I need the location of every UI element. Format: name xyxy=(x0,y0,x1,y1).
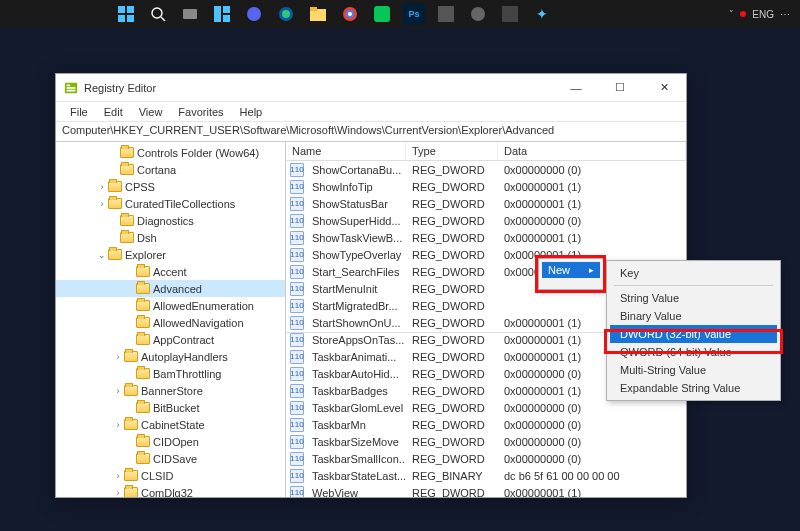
tree-item[interactable]: ›CPSS xyxy=(56,178,285,195)
col-data[interactable]: Data xyxy=(498,142,686,160)
cell-data: 0x00000000 (0) xyxy=(498,436,686,448)
app-icon-1[interactable] xyxy=(435,3,457,25)
submenu-string[interactable]: String Value xyxy=(610,289,777,307)
menu-help[interactable]: Help xyxy=(232,104,271,120)
submenu-multistring[interactable]: Multi-String Value xyxy=(610,361,777,379)
tree-item[interactable]: BitBucket xyxy=(56,399,285,416)
menu-edit[interactable]: Edit xyxy=(96,104,131,120)
tree-item[interactable]: ›CLSID xyxy=(56,467,285,484)
tree-item[interactable]: Controls Folder (Wow64) xyxy=(56,144,285,161)
tree-item[interactable]: BamThrottling xyxy=(56,365,285,382)
context-submenu-new[interactable]: Key String Value Binary Value DWORD (32-… xyxy=(606,260,781,401)
list-row[interactable]: 110ShowInfoTipREG_DWORD0x00000001 (1) xyxy=(286,178,686,195)
tree-item[interactable]: AllowedNavigation xyxy=(56,314,285,331)
folder-icon xyxy=(136,402,150,413)
tree-panel[interactable]: Controls Folder (Wow64)Cortana›CPSS›Cura… xyxy=(56,142,286,497)
tree-item-label: AllowedNavigation xyxy=(153,317,244,329)
address-bar[interactable]: Computer\HKEY_CURRENT_USER\Software\Micr… xyxy=(56,122,686,142)
context-menu-new[interactable]: New ▸ xyxy=(538,258,604,290)
chevron-right-icon[interactable]: › xyxy=(112,386,124,396)
tree-item[interactable]: ›CabinetState xyxy=(56,416,285,433)
list-row[interactable]: 110ShowStatusBarREG_DWORD0x00000001 (1) xyxy=(286,195,686,212)
submenu-expandable[interactable]: Expandable String Value xyxy=(610,379,777,397)
list-row[interactable]: 110TaskbarMnREG_DWORD0x00000000 (0) xyxy=(286,416,686,433)
edge-icon[interactable] xyxy=(275,3,297,25)
list-row[interactable]: 110ShowSuperHidd...REG_DWORD0x00000000 (… xyxy=(286,212,686,229)
submenu-key[interactable]: Key xyxy=(610,264,777,282)
line-icon[interactable] xyxy=(371,3,393,25)
submenu-dword32[interactable]: DWORD (32-bit) Value xyxy=(610,325,777,343)
reg-value-icon: 110 xyxy=(290,163,304,177)
list-row[interactable]: 110ShowCortanaBu...REG_DWORD0x00000000 (… xyxy=(286,161,686,178)
menu-file[interactable]: File xyxy=(62,104,96,120)
col-name[interactable]: Name xyxy=(286,142,406,160)
list-row[interactable]: 110WebViewREG_DWORD0x00000001 (1) xyxy=(286,484,686,497)
cell-type: REG_DWORD xyxy=(406,181,498,193)
reg-value-icon: 110 xyxy=(290,231,304,245)
titlebar[interactable]: Registry Editor — ☐ ✕ xyxy=(56,74,686,102)
list-row[interactable]: 110TaskbarGlomLevelREG_DWORD0x00000000 (… xyxy=(286,399,686,416)
app-icon-3[interactable] xyxy=(499,3,521,25)
tree-item[interactable]: Cortana xyxy=(56,161,285,178)
list-row[interactable]: 110TaskbarSizeMoveREG_DWORD0x00000000 (0… xyxy=(286,433,686,450)
chevron-right-icon[interactable]: › xyxy=(96,199,108,209)
tree-item[interactable]: ›AutoplayHandlers xyxy=(56,348,285,365)
tree-item[interactable]: Accent xyxy=(56,263,285,280)
tree-item[interactable]: ›ComDlg32 xyxy=(56,484,285,497)
photoshop-icon[interactable]: Ps xyxy=(403,3,425,25)
minimize-button[interactable]: — xyxy=(554,74,598,102)
tree-item[interactable]: CIDSave xyxy=(56,450,285,467)
cell-data: 0x00000000 (0) xyxy=(498,453,686,465)
tree-item[interactable]: ⌄Explorer xyxy=(56,246,285,263)
list-row[interactable]: 110ShowTaskViewB...REG_DWORD0x00000001 (… xyxy=(286,229,686,246)
cell-name: ShowTypeOverlay xyxy=(306,249,406,261)
context-item-new[interactable]: New ▸ xyxy=(542,262,600,278)
tree-item[interactable]: CIDOpen xyxy=(56,433,285,450)
submenu-binary[interactable]: Binary Value xyxy=(610,307,777,325)
chevron-right-icon[interactable]: › xyxy=(112,471,124,481)
tray-more-icon[interactable]: ⋯ xyxy=(780,9,790,20)
tree-item[interactable]: AppContract xyxy=(56,331,285,348)
tree-item-label: AllowedEnumeration xyxy=(153,300,254,312)
list-row[interactable]: 110TaskbarStateLast...REG_BINARYdc b6 5f… xyxy=(286,467,686,484)
chevron-right-icon[interactable]: › xyxy=(112,488,124,498)
widgets-icon[interactable] xyxy=(211,3,233,25)
svg-rect-14 xyxy=(310,7,317,11)
list-row[interactable]: 110TaskbarSmallIcon...REG_DWORD0x0000000… xyxy=(286,450,686,467)
chrome-icon[interactable] xyxy=(339,3,361,25)
submenu-qword64[interactable]: QWORD (64-bit) Value xyxy=(610,343,777,361)
tree-item[interactable]: Diagnostics xyxy=(56,212,285,229)
tree-item[interactable]: ›BannerStore xyxy=(56,382,285,399)
close-button[interactable]: ✕ xyxy=(642,74,686,102)
folder-icon xyxy=(120,215,134,226)
start-icon[interactable] xyxy=(115,3,137,25)
cell-name: StartMenuInit xyxy=(306,283,406,295)
chevron-right-icon[interactable]: › xyxy=(112,420,124,430)
cell-type: REG_DWORD xyxy=(406,453,498,465)
file-explorer-icon[interactable] xyxy=(307,3,329,25)
svg-point-10 xyxy=(247,7,261,21)
chevron-down-icon[interactable]: ⌄ xyxy=(96,250,108,260)
menu-favorites[interactable]: Favorites xyxy=(170,104,231,120)
chevron-right-icon[interactable]: › xyxy=(96,182,108,192)
system-tray[interactable]: ˅ ENG ⋯ xyxy=(729,0,790,28)
cell-type: REG_DWORD xyxy=(406,368,498,380)
chevron-right-icon[interactable]: › xyxy=(112,352,124,362)
tree-item[interactable]: AllowedEnumeration xyxy=(56,297,285,314)
col-type[interactable]: Type xyxy=(406,142,498,160)
tree-item[interactable]: Dsh xyxy=(56,229,285,246)
app-icon-4[interactable]: ✦ xyxy=(531,3,553,25)
tray-lang[interactable]: ENG xyxy=(752,9,774,20)
chat-icon[interactable] xyxy=(243,3,265,25)
chevron-up-icon[interactable]: ˅ xyxy=(729,9,734,19)
taskview-icon[interactable] xyxy=(179,3,201,25)
tree-item-label: Accent xyxy=(153,266,187,278)
tree-item-label: Controls Folder (Wow64) xyxy=(137,147,259,159)
tree-item[interactable]: Advanced xyxy=(56,280,285,297)
search-icon[interactable] xyxy=(147,3,169,25)
menu-view[interactable]: View xyxy=(131,104,171,120)
app-icon-2[interactable] xyxy=(467,3,489,25)
maximize-button[interactable]: ☐ xyxy=(598,74,642,102)
cell-type: REG_DWORD xyxy=(406,164,498,176)
tree-item[interactable]: ›CuratedTileCollections xyxy=(56,195,285,212)
